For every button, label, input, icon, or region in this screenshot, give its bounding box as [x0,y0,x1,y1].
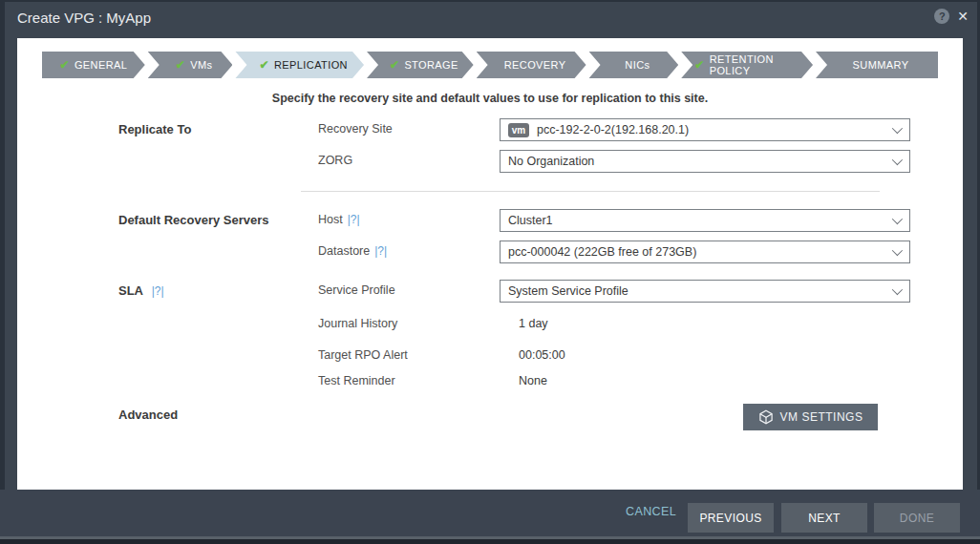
vm-settings-button[interactable]: VM SETTINGS [743,404,878,430]
titlebar-icons: ? ✕ [934,9,969,24]
check-icon: ✔ [260,58,269,72]
journal-history-value: 1 day [519,317,548,330]
chevron-down-icon [892,214,903,224]
recovery-site-label: Recovery Site [318,122,393,136]
create-vpg-dialog: Create VPG : MyApp ? ✕ ✔ GENERAL ✔ VMs ✔… [0,0,980,544]
vm-settings-label: VM SETTINGS [780,410,863,424]
host-label: Host|?| [318,213,360,226]
step-recovery[interactable]: RECOVERY [477,52,586,78]
target-rpo-alert-value: 00:05:00 [519,348,565,362]
datastore-select[interactable]: pcc-000042 (222GB free of 273GB) [500,241,910,263]
done-button[interactable]: DONE [874,503,960,533]
step-storage[interactable]: ✔ STORAGE [367,52,474,78]
page-subtitle: Specify the recovery site and default va… [17,92,963,105]
test-reminder-value: None [519,374,547,387]
zorg-value: No Organization [508,155,594,168]
step-vms[interactable]: ✔ VMs [148,52,233,78]
cube-icon [758,409,774,425]
chevron-down-icon [892,123,903,134]
target-rpo-alert-label: Target RPO Alert [318,348,408,362]
host-help-badge[interactable]: |?| [348,213,360,226]
chevron-down-icon [892,245,903,256]
step-label: VMs [190,59,212,71]
close-icon[interactable]: ✕ [957,9,969,24]
cancel-link[interactable]: CANCEL [626,505,673,518]
dialog-titlebar: Create VPG : MyApp ? ✕ [0,0,980,38]
dialog-content: ✔ GENERAL ✔ VMs ✔ REPLICATION ✔ STORAGE … [17,38,963,490]
wizard-stepper: ✔ GENERAL ✔ VMs ✔ REPLICATION ✔ STORAGE … [42,52,938,78]
section-advanced: Advanced [118,408,178,422]
chevron-down-icon [892,155,903,165]
step-label: STORAGE [404,59,458,71]
step-replication[interactable]: ✔ REPLICATION [235,52,364,78]
journal-history-label: Journal History [318,317,397,330]
datastore-value: pcc-000042 (222GB free of 273GB) [508,245,696,259]
step-retention-policy[interactable]: ✔ RETENTION POLICY [681,52,813,78]
step-label: RECOVERY [504,59,566,71]
step-label: SUMMARY [853,59,909,71]
dialog-footer: CANCEL PREVIOUS NEXT DONE [0,490,980,536]
recovery-site-select[interactable]: vm pcc-192-2-0-2(192.168.20.1) [500,118,910,141]
step-nics[interactable]: NICs [589,52,679,78]
step-label: RETENTION POLICY [710,53,807,76]
dialog-title: Create VPG : MyApp [17,10,151,26]
service-profile-value: System Service Profile [508,284,628,298]
zorg-select[interactable]: No Organization [500,150,910,173]
background-app-edge [0,539,980,544]
section-default-recovery-servers: Default Recovery Servers [118,213,269,227]
section-divider [301,191,880,192]
step-label: GENERAL [75,59,127,71]
previous-button[interactable]: PREVIOUS [688,503,774,533]
chevron-down-icon [892,284,903,295]
service-profile-label: Service Profile [318,283,395,297]
check-icon: ✔ [176,58,185,72]
next-button[interactable]: NEXT [781,503,867,533]
vm-icon: vm [508,123,529,137]
step-summary[interactable]: SUMMARY [816,52,938,78]
section-replicate-to: Replicate To [118,122,191,136]
test-reminder-label: Test Reminder [318,374,395,387]
check-icon: ✔ [694,58,704,72]
host-select[interactable]: Cluster1 [500,209,910,232]
sla-help-badge[interactable]: |?| [152,284,164,298]
help-icon[interactable]: ? [934,9,949,24]
section-sla: SLA |?| [118,283,164,298]
zorg-label: ZORG [318,154,352,167]
datastore-help-badge[interactable]: |?| [374,244,387,258]
host-value: Cluster1 [508,214,553,227]
recovery-site-value: pcc-192-2-0-2(192.168.20.1) [537,123,689,136]
step-label: REPLICATION [274,59,348,71]
check-icon: ✔ [390,58,399,72]
step-label: NICs [625,59,650,71]
step-general[interactable]: ✔ GENERAL [42,52,145,78]
service-profile-select[interactable]: System Service Profile [500,280,910,303]
check-icon: ✔ [59,58,69,72]
datastore-label: Datastore|?| [318,244,387,258]
